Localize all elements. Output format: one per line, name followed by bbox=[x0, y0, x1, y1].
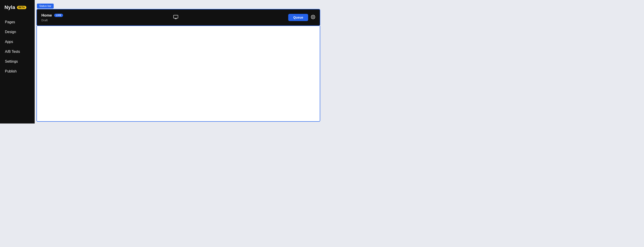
live-badge: LIVE bbox=[54, 14, 63, 17]
gear-icon[interactable] bbox=[311, 15, 315, 20]
sidebar-item-design[interactable]: Design bbox=[2, 27, 33, 37]
status-bar-tooltip: Status bar bbox=[37, 4, 54, 9]
content-area bbox=[36, 26, 320, 122]
header-bar-wrapper: Home LIVE Draft bbox=[36, 9, 320, 26]
sidebar: Nyla BETA Pages Design Apps A/B Tests Se… bbox=[0, 0, 35, 124]
header-center bbox=[173, 15, 178, 20]
sidebar-item-settings[interactable]: Settings bbox=[2, 57, 33, 66]
queue-button[interactable]: Queue bbox=[288, 14, 308, 21]
beta-badge: BETA bbox=[17, 6, 26, 9]
app-container: Nyla BETA Pages Design Apps A/B Tests Se… bbox=[0, 0, 322, 124]
svg-rect-0 bbox=[174, 15, 178, 18]
main-content: Status bar Home LIVE Draft bbox=[35, 0, 322, 124]
sidebar-item-ab-tests[interactable]: A/B Tests bbox=[2, 47, 33, 56]
header-title-row: Home LIVE bbox=[41, 13, 63, 18]
page-subtitle: Draft bbox=[41, 19, 63, 22]
sidebar-nav: Pages Design Apps A/B Tests Settings Pub… bbox=[0, 18, 35, 76]
sidebar-item-apps[interactable]: Apps bbox=[2, 37, 33, 47]
sidebar-item-pages[interactable]: Pages bbox=[2, 18, 33, 27]
page-title: Home bbox=[41, 13, 52, 18]
header-right: Queue bbox=[288, 14, 315, 21]
sidebar-logo: Nyla BETA bbox=[0, 5, 35, 18]
monitor-icon bbox=[173, 15, 178, 20]
header-left: Home LIVE Draft bbox=[41, 13, 63, 22]
logo-text: Nyla bbox=[4, 5, 15, 10]
header-bar: Home LIVE Draft bbox=[37, 10, 320, 26]
sidebar-item-publish[interactable]: Publish bbox=[2, 67, 33, 76]
